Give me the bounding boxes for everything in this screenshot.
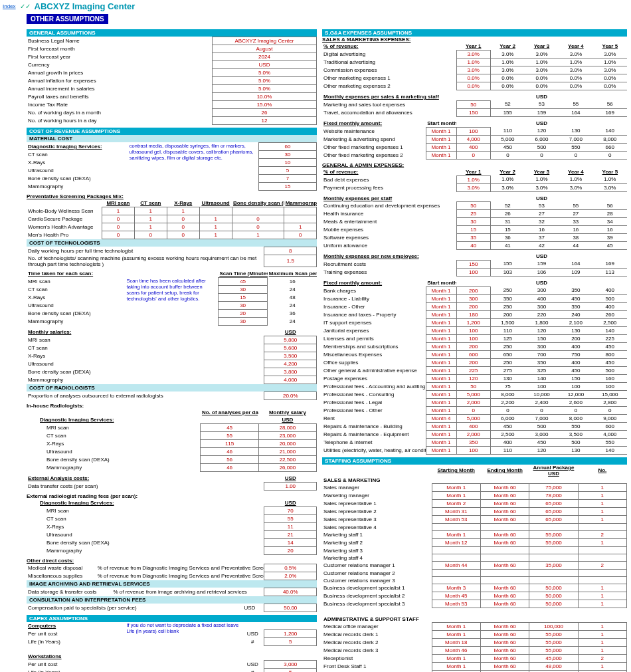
- left-column: GENERAL ASSUMPTIONS Business Legal NameA…: [27, 27, 317, 672]
- dis-val[interactable]: 60: [258, 143, 316, 151]
- dis-note: contrast media, disposable syringes, fil…: [128, 143, 258, 191]
- odc-heading: Other direct costs:: [27, 558, 317, 564]
- crad-header: COST OF RADIOLOGISTS: [27, 384, 317, 392]
- right-column: S,G&A EXPENSES ASSUMPTIONS SALES & MARKE…: [322, 27, 627, 672]
- sme-heading: SALES & MARKETING EXPENSES:: [322, 37, 627, 43]
- staff-admin-heading: ADMINISTRATIVE & SUPPORT STAFF: [322, 616, 432, 623]
- cot-header: COST OF TECHNOLOGISTS: [27, 239, 317, 247]
- crad-row: X-Rays: [27, 440, 201, 448]
- msal-heading: Monthly salaries:: [27, 328, 264, 336]
- crad-row: Mammography: [27, 464, 201, 472]
- sga-header: S,G&A EXPENSES ASSUMPTIONS: [322, 29, 627, 37]
- cor-header: COST OF REVENUE ASSUMPTIONS: [27, 128, 317, 135]
- cif-header: CONSULTATION AND INTERPRETATION FEES: [27, 596, 317, 604]
- crad-row: Ultrasound: [27, 448, 201, 456]
- erf-heading: External radiologist reading fees (per s…: [27, 493, 317, 499]
- staff-sm-heading: SALES & MARKETING: [322, 477, 432, 484]
- main-heading: OTHER ASSUMPTIONS: [27, 14, 108, 24]
- general-assumptions-header: GENERAL ASSUMPTIONS: [27, 29, 317, 37]
- psm-heading: Preventative Screening Packages Mix:: [27, 193, 317, 199]
- page-title: ABCXYZ Imaging Center: [35, 1, 135, 11]
- gae-heading: GENERAL & ADMIN EXPENSES:: [322, 162, 627, 168]
- crad-row: Bone density scan (DEXA): [27, 456, 201, 464]
- capex-header: CAPEX ASSUMPTIONS: [27, 615, 317, 622]
- material-cost-header: MATERIAL COST: [27, 135, 317, 142]
- crad-row: MRI scan: [27, 424, 201, 432]
- iar-header: IMAGE ARCHIVING AND RETRIEVAL SERVICES: [27, 580, 317, 588]
- eac-heading: External Analysis costs:: [27, 475, 264, 483]
- index-link[interactable]: Index: [3, 3, 16, 9]
- tts-heading: Time taken for each scan:: [27, 270, 126, 278]
- checkmarks: ✓✓: [20, 4, 31, 9]
- dis-heading: Diagnostic Imaging Services:: [27, 143, 128, 151]
- staff-header: STAFFING ASSUMPTIONS: [322, 457, 627, 465]
- inhouse-heading: In-house Radiologists:: [27, 403, 317, 409]
- crad-row: CT scan: [27, 432, 201, 440]
